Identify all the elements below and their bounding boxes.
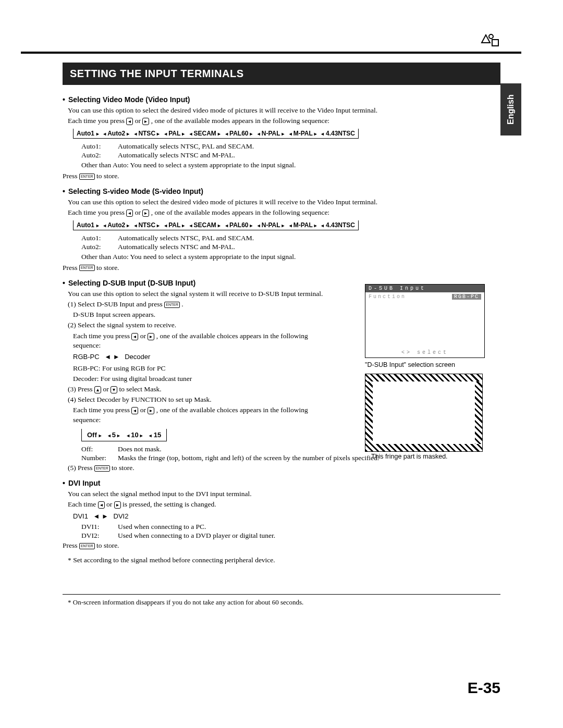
text: Press xyxy=(63,541,79,549)
mask-sequence: Off 5 10 15 xyxy=(81,429,167,441)
seq-item: Decoder xyxy=(125,353,150,361)
right-arrow-button-icon: ▸ xyxy=(142,209,149,217)
seq-item: Off xyxy=(87,431,103,439)
text: or xyxy=(135,117,143,125)
text: Each time you press xyxy=(68,117,126,125)
seq-item: 10 xyxy=(125,431,144,439)
seq-item: PAL60 xyxy=(224,130,254,137)
text: to select Mask. xyxy=(119,385,161,393)
enter-button-icon: ENTER xyxy=(164,302,180,308)
dvi1-def: DVI1:Used when connecting to a PC. xyxy=(81,523,500,531)
osd-val: RGB-PC xyxy=(452,294,481,300)
auto2-def: Auto2:Automatically selects NTSC and M-P… xyxy=(81,151,500,159)
left-arrow-button-icon: ◂ xyxy=(126,118,133,125)
top-rule xyxy=(21,52,521,54)
seq-item: RGB-PC xyxy=(73,353,100,361)
text: or xyxy=(140,332,148,340)
seq-item: 5 xyxy=(106,431,121,439)
left-arrow-button-icon: ◂ xyxy=(131,407,138,414)
enter-button-icon: ENTER xyxy=(94,465,110,472)
dsub-desc: You can use this option to select the si… xyxy=(68,289,339,299)
text: (5) Press xyxy=(68,464,94,472)
down-arrow-button-icon: ▾ xyxy=(111,386,117,393)
bottom-rule xyxy=(63,594,500,595)
text: to store. xyxy=(96,541,119,549)
dvi-desc: You can select the signal method input t… xyxy=(68,489,500,499)
seq-item: SECAM xyxy=(188,221,222,229)
auto1-def: Auto1:Automatically selects NTSC, PAL an… xyxy=(81,234,500,242)
right-arrow-button-icon: ▸ xyxy=(148,407,154,414)
auto1-def: Auto1:Automatically selects NTSC, PAL an… xyxy=(81,142,500,151)
text: Each time xyxy=(68,500,98,508)
seq-item: PAL60 xyxy=(224,221,254,229)
right-arrow-button-icon: ▸ xyxy=(114,501,121,509)
left-arrow-button-icon: ◂ xyxy=(126,209,133,217)
seq-item: Auto2 xyxy=(102,221,131,229)
seq-item: NTSC xyxy=(132,221,161,229)
enter-button-icon: ENTER xyxy=(79,174,95,180)
video-store: Press ENTER to store. xyxy=(63,171,500,181)
text: or xyxy=(135,208,143,216)
text: Each time you press xyxy=(73,406,131,414)
seq-item: N-PAL xyxy=(256,130,286,137)
text: Press xyxy=(63,264,79,272)
text: to store. xyxy=(96,264,119,272)
seq-item: Auto1 xyxy=(77,130,100,137)
text: . xyxy=(181,300,183,308)
page-number: E-35 xyxy=(468,679,500,697)
video-mode-desc: You can use this option to select the de… xyxy=(68,106,500,115)
video-mode-heading: Selecting Video Mode (Video Input) xyxy=(63,95,500,104)
auto2-def: Auto2:Automatically selects NTSC and M-P… xyxy=(81,243,500,251)
osd-screen: D-SUB Input Function RGB-PC <> select xyxy=(365,284,485,358)
dsub-step4b: Each time you press ◂ or ▸ , one of the … xyxy=(73,405,334,424)
text: Each time you press xyxy=(73,332,131,340)
seq-item: N-PAL xyxy=(256,221,286,229)
text: , one of the available modes appears in … xyxy=(151,117,329,125)
seq-item: PAL xyxy=(163,221,186,229)
text: , one of the available modes appears in … xyxy=(151,208,329,216)
svideo-mode-heading: Selecting S-video Mode (S-video Input) xyxy=(63,187,500,195)
seq-item: Auto2 xyxy=(102,130,131,137)
seq-item: M-PAL xyxy=(288,221,319,229)
right-arrow-button-icon: ▸ xyxy=(148,333,154,340)
text: (1) Select D-SUB Input and press xyxy=(68,300,164,308)
dvi-heading: DVI Input xyxy=(63,479,500,487)
seq-item: 15 xyxy=(148,431,161,439)
other-def: Other than Auto: You need to select a sy… xyxy=(81,161,500,170)
osd-title: D-SUB Input xyxy=(365,285,484,292)
other-def: Other than Auto: You need to select a sy… xyxy=(81,252,500,262)
seq-item: SECAM xyxy=(188,130,222,137)
enter-button-icon: ENTER xyxy=(79,265,95,271)
seq-item: Auto1 xyxy=(77,221,100,229)
up-arrow-button-icon: ▴ xyxy=(94,386,101,393)
dsub-step2b: Each time you press ◂ or ▸ , one of the … xyxy=(73,331,334,350)
svideo-sequence: Auto1 Auto2 NTSC PAL SECAM PAL60 N-PAL M… xyxy=(73,220,359,230)
seq-item: 4.43NTSC xyxy=(320,130,355,137)
fringe-diagram xyxy=(365,374,483,452)
seq-item: M-PAL xyxy=(288,130,319,137)
svg-point-1 xyxy=(489,34,493,39)
right-column: D-SUB Input Function RGB-PC <> select "D… xyxy=(365,284,485,460)
seq-item: PAL xyxy=(163,130,186,137)
osd-row: Function RGB-PC xyxy=(365,294,484,300)
text: to store. xyxy=(112,464,134,472)
text: Each time you press xyxy=(68,208,126,216)
seq-item: NTSC xyxy=(132,130,161,137)
page-title: SETTING THE INPUT TERMINALS xyxy=(63,63,500,85)
right-arrow-button-icon: ▸ xyxy=(142,118,149,125)
osd-caption: "D-SUB Input" selection screen xyxy=(365,361,485,368)
left-arrow-button-icon: ◂ xyxy=(131,333,138,340)
dsub-step5: (5) Press ENTER to store. xyxy=(68,463,500,473)
svideo-desc: You can use this option to select the de… xyxy=(68,198,500,207)
brand-icon xyxy=(480,31,500,47)
osd-func: Function xyxy=(369,294,406,300)
dvi-press: Each time ◂ or ▸ is pressed, the setting… xyxy=(68,500,500,509)
text: Press xyxy=(63,172,79,180)
video-mode-sequence: Auto1 Auto2 NTSC PAL SECAM PAL60 N-PAL M… xyxy=(73,129,359,139)
dvi-seq: DVI1 ◄ ► DVI2 xyxy=(73,512,500,521)
svideo-press: Each time you press ◂ or ▸ , one of the … xyxy=(68,208,500,217)
enter-button-icon: ENTER xyxy=(79,543,95,549)
text: is pressed, the setting is changed. xyxy=(123,500,216,508)
svg-rect-2 xyxy=(492,40,498,46)
video-mode-press: Each time you press ◂ or ▸ , one of the … xyxy=(68,116,500,126)
